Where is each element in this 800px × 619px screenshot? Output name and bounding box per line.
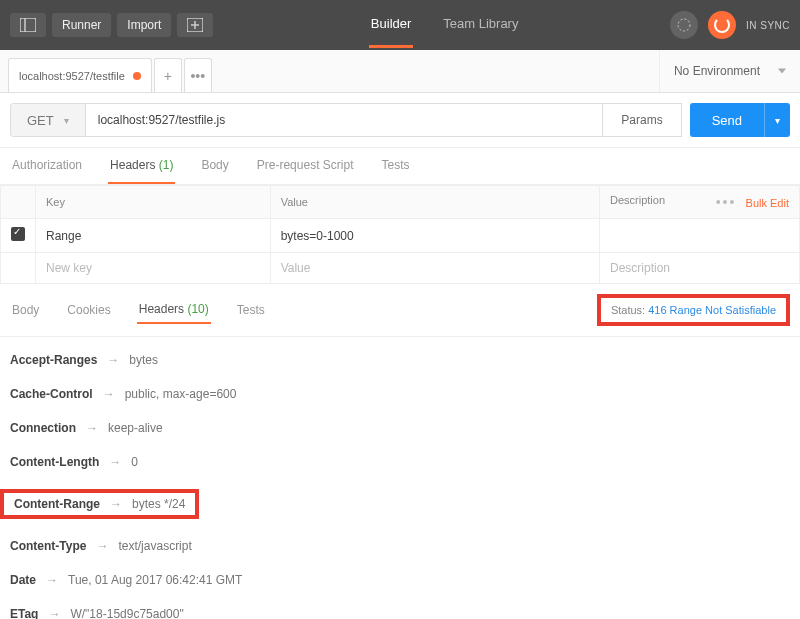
- response-header-row: Accept-Ranges→bytes: [10, 353, 790, 367]
- status-badge: Status: 416 Range Not Satisfiable: [597, 294, 790, 326]
- response-header-key: Accept-Ranges: [10, 353, 97, 367]
- tab-builder[interactable]: Builder: [369, 2, 413, 48]
- status-label: Status:: [611, 304, 645, 316]
- res-tab-headers-count: (10): [187, 302, 208, 316]
- new-tab-button[interactable]: [177, 13, 213, 37]
- arrow-right-icon: →: [107, 353, 119, 367]
- arrow-right-icon: →: [109, 455, 121, 469]
- response-header-row: Cache-Control→public, max-age=600: [10, 387, 790, 401]
- sync-icon[interactable]: [708, 11, 736, 39]
- tab-body[interactable]: Body: [199, 148, 230, 184]
- tab-headers-count: (1): [159, 158, 174, 172]
- response-header-row: Content-Type→text/javascript: [10, 539, 790, 553]
- arrow-right-icon: →: [103, 387, 115, 401]
- response-header-row: Date→Tue, 01 Aug 2017 06:42:41 GMT: [10, 573, 790, 587]
- arrow-right-icon: →: [110, 497, 122, 511]
- tab-headers-label: Headers: [110, 158, 155, 172]
- response-header-value: bytes: [129, 353, 158, 367]
- response-header-key: Date: [10, 573, 36, 587]
- arrow-right-icon: →: [46, 573, 58, 587]
- checkbox-checked-icon[interactable]: [11, 227, 25, 241]
- res-tab-cookies[interactable]: Cookies: [65, 297, 112, 323]
- th-value: Value: [270, 186, 599, 219]
- url-input[interactable]: [86, 103, 604, 137]
- res-tab-tests[interactable]: Tests: [235, 297, 267, 323]
- sync-status-label: IN SYNC: [746, 20, 790, 31]
- send-button[interactable]: Send: [690, 103, 764, 137]
- response-header-row: Connection→keep-alive: [10, 421, 790, 435]
- response-header-row: ETag→W/"18-15d9c75ad00": [10, 607, 790, 619]
- header-value-cell[interactable]: bytes=0-1000: [270, 219, 599, 253]
- table-row: Range bytes=0-1000: [1, 219, 800, 253]
- header-value-input[interactable]: Value: [270, 253, 599, 284]
- arrow-right-icon: →: [96, 539, 108, 553]
- send-options-button[interactable]: ▾: [764, 103, 790, 137]
- response-header-key: Connection: [10, 421, 76, 435]
- sidebar-toggle-button[interactable]: [10, 13, 46, 37]
- request-tab-title: localhost:9527/testfile: [19, 70, 125, 82]
- table-row: New key Value Description: [1, 253, 800, 284]
- response-header-key: Content-Type: [10, 539, 86, 553]
- tab-authorization[interactable]: Authorization: [10, 148, 84, 184]
- response-header-value: text/javascript: [118, 539, 191, 553]
- response-header-value: public, max-age=600: [125, 387, 237, 401]
- response-header-value: 0: [131, 455, 138, 469]
- arrow-right-icon: →: [48, 607, 60, 619]
- tab-tests[interactable]: Tests: [379, 148, 411, 184]
- header-key-input[interactable]: New key: [36, 253, 271, 284]
- res-tab-headers-label: Headers: [139, 302, 184, 316]
- request-tab[interactable]: localhost:9527/testfile: [8, 58, 152, 92]
- method-select[interactable]: GET ▾: [10, 103, 86, 137]
- capture-icon[interactable]: [670, 11, 698, 39]
- response-header-row: Content-Range→bytes */24: [10, 489, 790, 519]
- chevron-down-icon: ▾: [64, 115, 69, 126]
- tab-options-button[interactable]: •••: [184, 58, 212, 92]
- method-label: GET: [27, 113, 54, 128]
- svg-rect-0: [20, 18, 36, 32]
- response-header-value: keep-alive: [108, 421, 163, 435]
- response-header-key: ETag: [10, 607, 38, 619]
- response-header-key: Content-Length: [10, 455, 99, 469]
- import-button[interactable]: Import: [117, 13, 171, 37]
- add-tab-button[interactable]: +: [154, 58, 182, 92]
- header-key-cell[interactable]: Range: [36, 219, 271, 253]
- runner-button[interactable]: Runner: [52, 13, 111, 37]
- tab-team-library[interactable]: Team Library: [441, 2, 520, 48]
- arrow-right-icon: →: [86, 421, 98, 435]
- res-tab-body[interactable]: Body: [10, 297, 41, 323]
- header-desc-input[interactable]: Description: [600, 253, 800, 284]
- params-button[interactable]: Params: [603, 103, 681, 137]
- response-header-value: Tue, 01 Aug 2017 06:42:41 GMT: [68, 573, 242, 587]
- tab-headers[interactable]: Headers (1): [108, 148, 175, 184]
- response-header-value: W/"18-15d9c75ad00": [70, 607, 183, 619]
- response-header-row: Content-Length→0: [10, 455, 790, 469]
- response-header-key: Content-Range: [14, 497, 100, 511]
- environment-select[interactable]: No Environment: [659, 50, 800, 92]
- header-options-button[interactable]: •••: [716, 194, 737, 210]
- res-tab-headers[interactable]: Headers (10): [137, 296, 211, 324]
- response-header-value: bytes */24: [132, 497, 185, 511]
- th-description: Description: [610, 194, 665, 206]
- bulk-edit-button[interactable]: Bulk Edit: [746, 197, 789, 209]
- th-key: Key: [36, 186, 271, 219]
- unsaved-dot-icon: [133, 72, 141, 80]
- tab-prerequest[interactable]: Pre-request Script: [255, 148, 356, 184]
- response-header-key: Cache-Control: [10, 387, 93, 401]
- status-value: 416 Range Not Satisfiable: [648, 304, 776, 316]
- svg-point-5: [678, 19, 690, 31]
